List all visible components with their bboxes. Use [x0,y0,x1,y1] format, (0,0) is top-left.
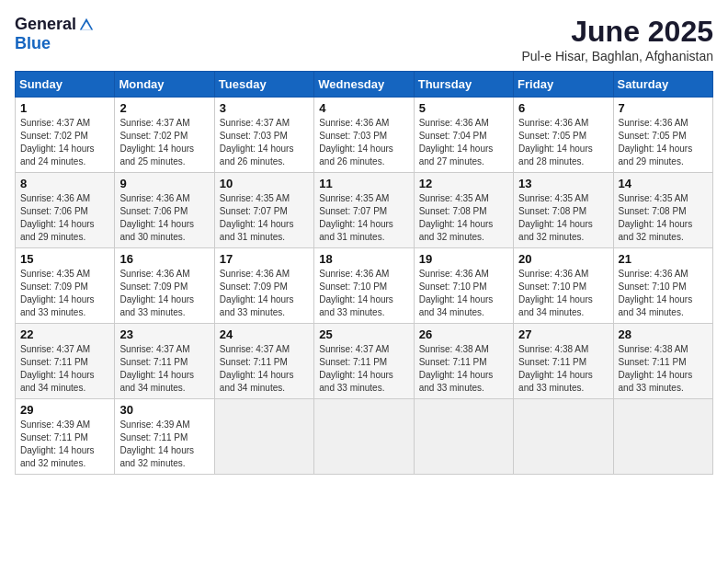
logo: General Blue [15,15,95,53]
day-detail: Sunrise: 4:35 AMSunset: 7:08 PMDaylight:… [419,193,494,242]
calendar-cell: 19 Sunrise: 4:36 AMSunset: 7:10 PMDaylig… [414,248,513,324]
day-detail: Sunrise: 4:38 AMSunset: 7:11 PMDaylight:… [619,344,693,393]
day-detail: Sunrise: 4:37 AMSunset: 7:11 PMDaylight:… [20,344,95,393]
calendar-cell: 21 Sunrise: 4:36 AMSunset: 7:10 PMDaylig… [613,248,712,324]
day-number: 6 [518,101,608,115]
day-detail: Sunrise: 4:37 AMSunset: 7:11 PMDaylight:… [319,344,393,393]
logo-general: General [15,15,76,34]
calendar-week-row: 8 Sunrise: 4:36 AMSunset: 7:06 PMDayligh… [16,173,713,248]
day-detail: Sunrise: 4:37 AMSunset: 7:11 PMDaylight:… [220,344,294,393]
day-number: 26 [419,327,508,341]
day-number: 9 [119,177,209,190]
title-area: June 2025 Pul-e Hisar, Baghlan, Afghanis… [521,15,713,63]
day-detail: Sunrise: 4:36 AMSunset: 7:10 PMDaylight:… [319,269,393,317]
day-number: 14 [619,177,708,190]
day-number: 29 [20,403,109,417]
calendar-week-row: 29 Sunrise: 4:39 AMSunset: 7:11 PMDaylig… [16,399,713,475]
weekday-header-tuesday: Tuesday [214,72,313,98]
weekday-header-friday: Friday [514,72,613,98]
calendar-cell: 29 Sunrise: 4:39 AMSunset: 7:11 PMDaylig… [16,399,115,475]
day-number: 25 [319,327,408,341]
day-number: 27 [518,327,608,341]
calendar-cell: 4 Sunrise: 4:36 AMSunset: 7:03 PMDayligh… [314,98,414,173]
day-number: 20 [518,252,608,266]
logo-blue: Blue [15,34,51,53]
day-number: 15 [20,252,109,266]
calendar-cell: 25 Sunrise: 4:37 AMSunset: 7:11 PMDaylig… [314,324,414,399]
day-number: 30 [119,403,209,417]
calendar-cell: 28 Sunrise: 4:38 AMSunset: 7:11 PMDaylig… [613,324,712,399]
day-detail: Sunrise: 4:39 AMSunset: 7:11 PMDaylight:… [119,419,194,468]
day-detail: Sunrise: 4:36 AMSunset: 7:09 PMDaylight:… [220,269,294,317]
day-number: 2 [119,101,209,115]
day-number: 19 [419,252,508,266]
calendar-cell: 14 Sunrise: 4:35 AMSunset: 7:08 PMDaylig… [613,173,712,248]
day-number: 16 [119,252,209,266]
day-detail: Sunrise: 4:35 AMSunset: 7:07 PMDaylight:… [220,193,294,242]
day-detail: Sunrise: 4:36 AMSunset: 7:03 PMDaylight:… [319,118,393,167]
day-detail: Sunrise: 4:35 AMSunset: 7:07 PMDaylight:… [319,193,393,242]
day-detail: Sunrise: 4:36 AMSunset: 7:06 PMDaylight:… [119,193,194,242]
calendar-cell: 10 Sunrise: 4:35 AMSunset: 7:07 PMDaylig… [214,173,313,248]
day-number: 13 [518,177,608,190]
day-number: 10 [220,177,309,190]
day-detail: Sunrise: 4:38 AMSunset: 7:11 PMDaylight:… [419,344,494,393]
day-number: 3 [220,101,309,115]
calendar-week-row: 1 Sunrise: 4:37 AMSunset: 7:02 PMDayligh… [16,98,713,173]
day-detail: Sunrise: 4:35 AMSunset: 7:09 PMDaylight:… [20,269,95,317]
calendar-cell [514,399,613,475]
day-detail: Sunrise: 4:37 AMSunset: 7:02 PMDaylight:… [20,118,95,167]
calendar-cell: 7 Sunrise: 4:36 AMSunset: 7:05 PMDayligh… [613,98,712,173]
calendar-cell: 26 Sunrise: 4:38 AMSunset: 7:11 PMDaylig… [414,324,513,399]
calendar-cell: 22 Sunrise: 4:37 AMSunset: 7:11 PMDaylig… [16,324,115,399]
calendar-cell: 15 Sunrise: 4:35 AMSunset: 7:09 PMDaylig… [16,248,115,324]
weekday-header-thursday: Thursday [414,72,513,98]
calendar-cell: 16 Sunrise: 4:36 AMSunset: 7:09 PMDaylig… [115,248,214,324]
day-number: 1 [20,101,109,115]
calendar-cell: 1 Sunrise: 4:37 AMSunset: 7:02 PMDayligh… [16,98,115,173]
day-detail: Sunrise: 4:35 AMSunset: 7:08 PMDaylight:… [619,193,693,242]
day-detail: Sunrise: 4:36 AMSunset: 7:10 PMDaylight:… [619,269,693,317]
day-number: 7 [619,101,708,115]
logo-icon [78,17,95,33]
calendar-cell: 12 Sunrise: 4:35 AMSunset: 7:08 PMDaylig… [414,173,513,248]
location-title: Pul-e Hisar, Baghlan, Afghanistan [521,49,713,63]
day-number: 28 [619,327,708,341]
day-number: 24 [220,327,309,341]
day-number: 12 [419,177,508,190]
calendar-cell: 6 Sunrise: 4:36 AMSunset: 7:05 PMDayligh… [514,98,613,173]
day-detail: Sunrise: 4:37 AMSunset: 7:11 PMDaylight:… [119,344,194,393]
calendar-cell: 11 Sunrise: 4:35 AMSunset: 7:07 PMDaylig… [314,173,414,248]
weekday-header-monday: Monday [115,72,214,98]
day-number: 23 [119,327,209,341]
calendar-cell [214,399,313,475]
calendar-cell: 18 Sunrise: 4:36 AMSunset: 7:10 PMDaylig… [314,248,414,324]
day-number: 17 [220,252,309,266]
day-number: 4 [319,101,408,115]
day-detail: Sunrise: 4:38 AMSunset: 7:11 PMDaylight:… [518,344,593,393]
day-number: 18 [319,252,408,266]
day-detail: Sunrise: 4:36 AMSunset: 7:10 PMDaylight:… [419,269,494,317]
day-number: 22 [20,327,109,341]
day-detail: Sunrise: 4:37 AMSunset: 7:02 PMDaylight:… [119,118,194,167]
weekday-header-row: SundayMondayTuesdayWednesdayThursdayFrid… [16,72,713,98]
day-number: 5 [419,101,508,115]
calendar-week-row: 22 Sunrise: 4:37 AMSunset: 7:11 PMDaylig… [16,324,713,399]
day-detail: Sunrise: 4:39 AMSunset: 7:11 PMDaylight:… [20,419,95,468]
calendar-cell: 2 Sunrise: 4:37 AMSunset: 7:02 PMDayligh… [115,98,214,173]
header: General Blue June 2025 Pul-e Hisar, Bagh… [15,15,713,63]
calendar-week-row: 15 Sunrise: 4:35 AMSunset: 7:09 PMDaylig… [16,248,713,324]
day-number: 21 [619,252,708,266]
day-detail: Sunrise: 4:36 AMSunset: 7:04 PMDaylight:… [419,118,494,167]
day-detail: Sunrise: 4:35 AMSunset: 7:08 PMDaylight:… [518,193,593,242]
calendar-cell [613,399,712,475]
calendar: SundayMondayTuesdayWednesdayThursdayFrid… [15,71,713,475]
month-title: June 2025 [521,15,713,49]
calendar-cell: 17 Sunrise: 4:36 AMSunset: 7:09 PMDaylig… [214,248,313,324]
day-detail: Sunrise: 4:36 AMSunset: 7:05 PMDaylight:… [518,118,593,167]
day-detail: Sunrise: 4:36 AMSunset: 7:05 PMDaylight:… [619,118,693,167]
day-detail: Sunrise: 4:36 AMSunset: 7:09 PMDaylight:… [119,269,194,317]
calendar-cell: 13 Sunrise: 4:35 AMSunset: 7:08 PMDaylig… [514,173,613,248]
calendar-cell: 9 Sunrise: 4:36 AMSunset: 7:06 PMDayligh… [115,173,214,248]
weekday-header-sunday: Sunday [16,72,115,98]
